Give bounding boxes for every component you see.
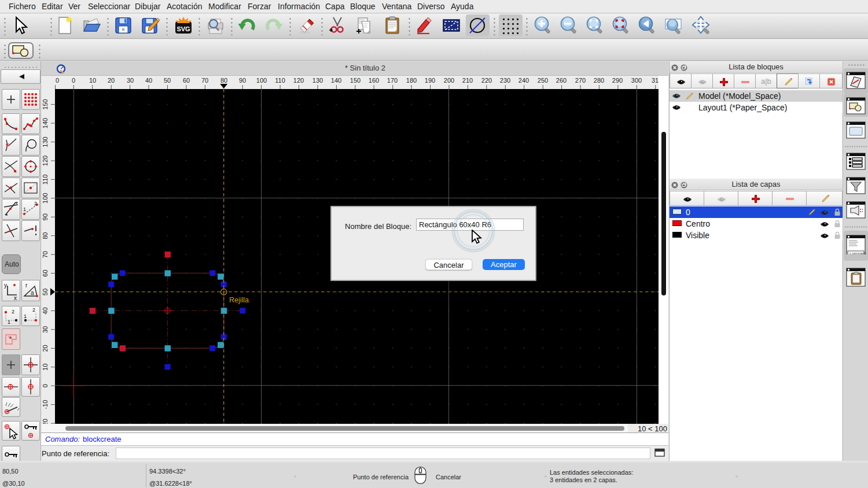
svg-text:90: 90 bbox=[42, 213, 49, 220]
svg-text:SVG: SVG bbox=[176, 25, 190, 32]
svg-text:10: 10 bbox=[42, 364, 49, 371]
svg-text:-20: -20 bbox=[42, 419, 49, 424]
svg-text:31: 31 bbox=[652, 77, 659, 84]
svg-text:70: 70 bbox=[201, 77, 208, 84]
svg-text:0: 0 bbox=[56, 77, 59, 84]
svg-text:a: a bbox=[31, 290, 34, 296]
svg-text:150: 150 bbox=[42, 99, 49, 109]
svg-text:170: 170 bbox=[387, 77, 398, 84]
svg-text:250: 250 bbox=[538, 77, 548, 84]
svg-text:-10: -10 bbox=[42, 400, 49, 409]
svg-text:60: 60 bbox=[42, 269, 49, 276]
svg-text:120: 120 bbox=[42, 156, 49, 166]
svg-text:130: 130 bbox=[312, 77, 323, 84]
svg-text:40: 40 bbox=[145, 77, 152, 84]
svg-text:200: 200 bbox=[444, 77, 454, 84]
svg-text:50: 50 bbox=[42, 289, 49, 295]
svg-text:40: 40 bbox=[42, 307, 49, 314]
svg-text:60: 60 bbox=[183, 77, 190, 84]
svg-text:300: 300 bbox=[631, 77, 642, 84]
svg-text:140: 140 bbox=[42, 118, 49, 128]
svg-text:270: 270 bbox=[575, 77, 586, 84]
svg-text:100: 100 bbox=[42, 193, 49, 204]
svg-text:190: 190 bbox=[425, 77, 435, 84]
svg-text:Rejilla: Rejilla bbox=[229, 296, 249, 304]
svg-text:y: y bbox=[4, 282, 7, 289]
svg-text:230: 230 bbox=[500, 77, 510, 84]
svg-text:120: 120 bbox=[293, 77, 304, 84]
svg-text:100: 100 bbox=[256, 77, 267, 84]
svg-text:110: 110 bbox=[275, 77, 285, 84]
svg-text:80: 80 bbox=[220, 77, 227, 84]
svg-text:0: 0 bbox=[72, 77, 75, 84]
svg-text:140: 140 bbox=[331, 77, 341, 84]
svg-text:2: 2 bbox=[32, 307, 35, 313]
svg-text:20: 20 bbox=[108, 77, 115, 84]
svg-text:290: 290 bbox=[612, 77, 623, 84]
svg-text:2: 2 bbox=[34, 201, 37, 206]
svg-text:220: 220 bbox=[481, 77, 492, 84]
svg-text:r: r bbox=[25, 282, 28, 289]
svg-text:30: 30 bbox=[42, 326, 49, 333]
svg-text:90: 90 bbox=[239, 77, 246, 84]
svg-text:130: 130 bbox=[42, 136, 49, 147]
svg-text:210: 210 bbox=[462, 77, 473, 84]
svg-text:1: 1 bbox=[23, 206, 26, 212]
svg-text:2: 2 bbox=[12, 309, 14, 315]
svg-text:50: 50 bbox=[164, 77, 171, 84]
svg-text:70: 70 bbox=[42, 251, 49, 258]
svg-text:80: 80 bbox=[42, 232, 49, 239]
svg-text:30: 30 bbox=[127, 77, 134, 84]
svg-text:c command: c command bbox=[849, 252, 866, 254]
svg-text:150: 150 bbox=[350, 77, 361, 84]
svg-text:10: 10 bbox=[89, 77, 96, 84]
svg-text:240: 240 bbox=[518, 77, 529, 84]
svg-text:110: 110 bbox=[42, 175, 49, 185]
svg-text:0: 0 bbox=[42, 384, 49, 387]
svg-text:20: 20 bbox=[42, 345, 49, 352]
svg-text:1: 1 bbox=[24, 313, 27, 319]
svg-text:180: 180 bbox=[406, 77, 417, 84]
svg-text:280: 280 bbox=[594, 77, 604, 84]
svg-text:x: x bbox=[14, 295, 17, 301]
svg-text:260: 260 bbox=[556, 77, 567, 84]
svg-text:1: 1 bbox=[8, 319, 10, 325]
svg-text:160: 160 bbox=[369, 77, 379, 84]
